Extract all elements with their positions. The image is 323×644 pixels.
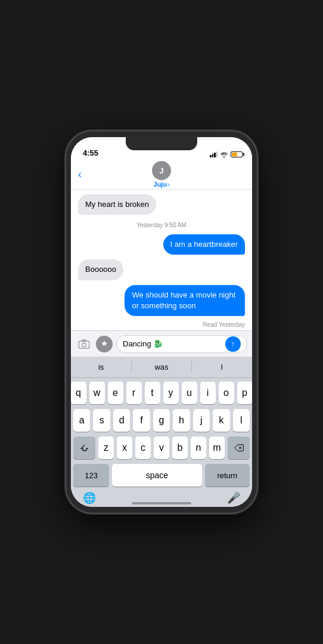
autocomplete-item-1[interactable]: was	[131, 357, 191, 377]
key-o[interactable]: o	[219, 382, 234, 404]
key-w[interactable]: w	[89, 382, 105, 404]
avatar: J	[152, 161, 171, 180]
autocomplete-item-0[interactable]: is	[71, 357, 131, 377]
message-bubble: Boooooo	[78, 259, 123, 280]
message-text: We should have a movie night or somethin…	[132, 290, 235, 310]
message-text: My heart is broken	[85, 200, 149, 209]
key-t[interactable]: t	[145, 382, 160, 404]
svg-rect-0	[79, 341, 89, 348]
message-input-container[interactable]: Dancing 🐉 ↑	[116, 335, 247, 353]
key-h[interactable]: h	[173, 409, 190, 432]
contact-name-row: Juju ›	[154, 181, 170, 188]
key-f[interactable]: f	[133, 409, 150, 432]
message-input[interactable]: Dancing 🐉	[123, 339, 225, 348]
numbers-key[interactable]: 123	[73, 464, 109, 487]
key-row-2: a s d f g h j k l	[73, 409, 250, 432]
key-x[interactable]: x	[117, 436, 132, 459]
key-c[interactable]: c	[135, 436, 151, 459]
globe-icon[interactable]: 🌐	[83, 491, 96, 504]
message-row: I am a heartbreaker	[78, 234, 245, 255]
key-v[interactable]: v	[154, 436, 169, 459]
input-bar: Dancing 🐉 ↑	[71, 330, 252, 357]
key-l[interactable]: l	[233, 409, 250, 432]
key-a[interactable]: a	[73, 409, 90, 432]
key-i[interactable]: i	[200, 382, 216, 404]
contact-name-text: Juju	[154, 181, 167, 188]
key-d[interactable]: d	[113, 409, 130, 432]
svg-point-1	[82, 343, 86, 346]
battery-icon	[231, 151, 243, 157]
home-indicator	[132, 502, 191, 504]
keyboard-area: is was I q w e r t y u i o p	[71, 357, 252, 507]
signal-icon	[210, 151, 218, 157]
key-row-4: 123 space return	[73, 464, 250, 487]
messages-area: My heart is broken Yesterday 9:50 AM I a…	[71, 190, 252, 330]
shift-key[interactable]	[73, 436, 95, 459]
key-s[interactable]: s	[93, 409, 110, 432]
key-row-3: z x c v b n m	[73, 436, 250, 459]
timestamp-divider: Yesterday 9:50 AM	[78, 222, 245, 228]
return-key[interactable]: return	[205, 464, 250, 487]
key-k[interactable]: k	[213, 409, 229, 432]
keyboard-rows: q w e r t y u i o p a s d f g	[71, 378, 252, 489]
appstore-button[interactable]	[96, 336, 113, 352]
key-p[interactable]: p	[237, 382, 253, 404]
message-bubble: I am a heartbreaker	[163, 234, 245, 255]
back-button[interactable]: ‹	[78, 168, 82, 181]
message-row: My heart is broken	[78, 194, 245, 215]
phone-device: 4:55 ‹ J Juju ›	[66, 131, 257, 513]
read-status: Read Yesterday	[78, 321, 245, 328]
key-u[interactable]: u	[182, 382, 197, 404]
notch	[126, 137, 197, 150]
key-b[interactable]: b	[172, 436, 188, 459]
microphone-icon[interactable]: 🎤	[227, 491, 240, 504]
autocomplete-bar: is was I	[71, 357, 252, 378]
message-text: Boooooo	[85, 265, 116, 274]
message-bubble: We should have a movie night or somethin…	[125, 285, 245, 316]
message-text: I am a heartbreaker	[170, 240, 238, 249]
key-m[interactable]: m	[209, 436, 225, 459]
message-row: Boooooo	[78, 259, 245, 280]
key-z[interactable]: z	[98, 436, 114, 459]
camera-button[interactable]	[76, 336, 92, 352]
battery-fill	[232, 153, 237, 156]
contact-info[interactable]: J Juju ›	[152, 161, 171, 188]
back-chevron-icon: ‹	[78, 168, 82, 181]
nav-header: ‹ J Juju ›	[71, 160, 252, 190]
send-button[interactable]: ↑	[225, 336, 241, 352]
key-g[interactable]: g	[153, 409, 170, 432]
key-q[interactable]: q	[71, 382, 86, 404]
key-r[interactable]: r	[126, 382, 142, 404]
message-bubble: My heart is broken	[78, 194, 156, 215]
svg-rect-2	[82, 339, 86, 340]
send-arrow-icon: ↑	[231, 339, 235, 348]
status-time: 4:55	[83, 148, 98, 157]
wifi-icon	[220, 151, 228, 157]
status-icons	[210, 151, 243, 157]
contact-chevron-icon: ›	[167, 181, 169, 188]
key-n[interactable]: n	[191, 436, 206, 459]
phone-screen: 4:55 ‹ J Juju ›	[71, 137, 252, 507]
backspace-key[interactable]	[228, 436, 250, 459]
message-row: We should have a movie night or somethin…	[78, 285, 245, 316]
key-e[interactable]: e	[108, 382, 123, 404]
key-j[interactable]: j	[193, 409, 210, 432]
autocomplete-item-2[interactable]: I	[192, 357, 252, 377]
key-row-1: q w e r t y u i o p	[73, 382, 250, 404]
key-y[interactable]: y	[163, 382, 179, 404]
space-key[interactable]: space	[112, 464, 202, 487]
